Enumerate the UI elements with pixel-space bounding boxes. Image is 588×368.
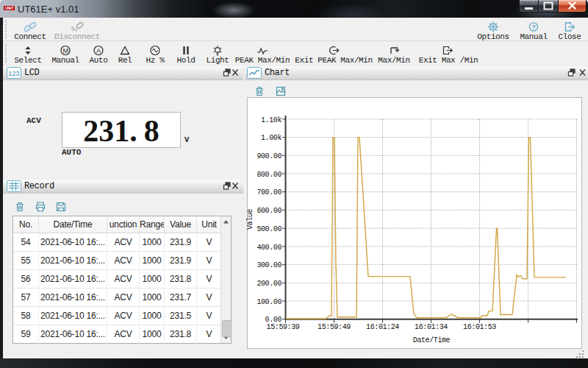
svg-text:900.00: 900.00 — [257, 152, 282, 160]
svg-text:300.00: 300.00 — [257, 261, 282, 269]
svg-text:Date/Time: Date/Time — [413, 336, 451, 344]
svg-text:16:01:53: 16:01:53 — [463, 323, 496, 331]
svg-text:Value: Value — [246, 209, 254, 230]
svg-text:15:59:39: 15:59:39 — [267, 323, 300, 331]
svg-text:500.00: 500.00 — [257, 225, 282, 233]
svg-text:700.00: 700.00 — [257, 188, 282, 197]
svg-text:1.00k: 1.00k — [261, 134, 282, 142]
svg-text:600.00: 600.00 — [257, 207, 282, 215]
svg-text:15:59:49: 15:59:49 — [318, 323, 351, 331]
svg-text:16:01:24: 16:01:24 — [366, 323, 399, 331]
svg-text:16:01:34: 16:01:34 — [415, 323, 448, 331]
svg-text:800.00: 800.00 — [257, 171, 282, 179]
svg-text:400.00: 400.00 — [257, 244, 282, 252]
svg-text:100.00: 100.00 — [257, 298, 282, 306]
svg-text:200.00: 200.00 — [257, 280, 282, 288]
svg-text:1.10k: 1.10k — [261, 116, 282, 124]
